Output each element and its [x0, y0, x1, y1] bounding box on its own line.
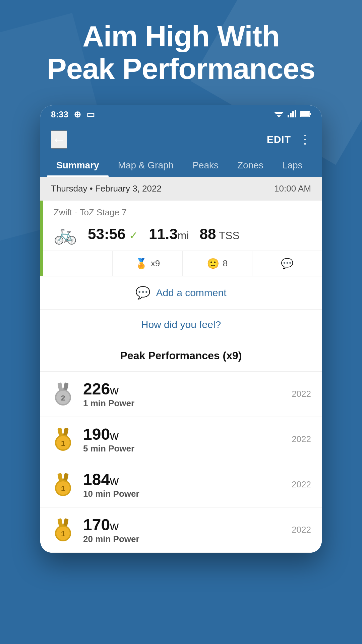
tab-summary[interactable]: Summary	[47, 154, 109, 177]
peak-performances-header: Peak Performances (x9)	[40, 340, 322, 372]
phone-mockup: 8:33 ⊕ ▭	[40, 105, 322, 553]
back-button[interactable]: ←	[51, 130, 67, 149]
svg-rect-5	[292, 111, 294, 117]
svg-text:1: 1	[61, 439, 65, 447]
add-comment-row[interactable]: 💬 Add a comment	[40, 276, 322, 310]
peak-year-2: 2022	[292, 479, 311, 490]
date-row: Thursday • February 3, 2022 10:00 AM	[40, 177, 322, 201]
medal-gold-icon-3: 1	[51, 518, 75, 542]
status-bar: 8:33 ⊕ ▭	[40, 105, 322, 124]
peak-label-0: 1 min Power	[83, 398, 284, 409]
svg-text:2: 2	[61, 394, 65, 402]
feel-row[interactable]: How did you feel?	[40, 310, 322, 340]
peak-year-3: 2022	[292, 525, 311, 535]
peak-item-1: 1 190w 5 min Power 2022	[40, 417, 322, 462]
peak-value-3: 170w	[83, 516, 284, 534]
feel-score: 8	[223, 258, 227, 269]
svg-rect-9	[301, 112, 309, 116]
peak-item-3: 1 170w 20 min Power 2022	[40, 507, 322, 553]
peak-info-3: 170w 20 min Power	[83, 516, 284, 544]
badge-item-empty	[43, 251, 113, 276]
content-area: Thursday • February 3, 2022 10:00 AM Zwi…	[40, 177, 322, 553]
wifi-icon	[274, 109, 284, 120]
tab-bar: Summary Map & Graph Peaks Zones Laps	[40, 154, 322, 177]
status-icon-2: ▭	[86, 109, 95, 120]
peak-label-1: 5 min Power	[83, 443, 284, 454]
svg-rect-8	[310, 113, 311, 115]
peak-label-2: 10 min Power	[83, 489, 284, 499]
status-icon-1: ⊕	[74, 109, 81, 120]
peak-value-0: 226w	[83, 380, 284, 398]
app-header: ← EDIT ⋮	[40, 124, 322, 154]
check-icon: ✓	[129, 229, 138, 241]
tab-laps[interactable]: Laps	[273, 154, 312, 177]
peak-item-2: 1 184w 10 min Power 2022	[40, 462, 322, 507]
peak-value-2: 184w	[83, 470, 284, 489]
status-time: 8:33	[51, 109, 68, 120]
hero-section: Aim High With Peak Performances	[0, 0, 362, 105]
peak-item-0: 2 226w 1 min Power 2022	[40, 372, 322, 417]
peaks-count: x9	[151, 258, 160, 269]
add-comment-icon: 💬	[135, 286, 150, 300]
activity-tss: 88 TSS	[199, 226, 240, 243]
add-comment-text: Add a comment	[156, 287, 226, 299]
medal-gold-icon-1: 1	[51, 427, 75, 451]
medal-silver-icon: 2	[51, 382, 75, 406]
activity-date: Thursday • February 3, 2022	[51, 183, 162, 194]
comment-bubble-icon: 💬	[281, 258, 293, 269]
peak-info-0: 226w 1 min Power	[83, 380, 284, 409]
activity-title: Zwift - ToZ Stage 7	[43, 201, 322, 220]
activity-distance: 11.3mi	[149, 226, 189, 243]
medal-gold-icon-2: 1	[51, 473, 75, 497]
smile-icon: 🙂	[207, 258, 219, 269]
badges-row: 🏅 x9 🙂 8 💬	[43, 251, 322, 276]
activity-card: Zwift - ToZ Stage 7 🚲 53:56 ✓ 11.3mi 88 …	[40, 201, 322, 276]
peak-value-1: 190w	[83, 425, 284, 443]
svg-marker-2	[277, 115, 281, 117]
badge-item-comment[interactable]: 💬	[252, 251, 322, 276]
bike-icon: 🚲	[54, 223, 77, 245]
tab-map-graph[interactable]: Map & Graph	[109, 154, 183, 177]
more-menu-button[interactable]: ⋮	[299, 132, 311, 147]
peak-info-2: 184w 10 min Power	[83, 470, 284, 499]
peak-year-1: 2022	[292, 434, 311, 444]
svg-rect-6	[295, 110, 296, 117]
svg-text:1: 1	[61, 484, 65, 493]
edit-button[interactable]: EDIT	[267, 134, 291, 145]
badge-item-peaks[interactable]: 🏅 x9	[113, 251, 182, 276]
signal-icon	[288, 109, 296, 120]
trophy-icon: 🏅	[135, 258, 147, 269]
tab-zones[interactable]: Zones	[228, 154, 273, 177]
svg-rect-4	[290, 113, 292, 117]
hero-title: Aim High With Peak Performances	[27, 20, 335, 85]
activity-duration: 53:56 ✓	[88, 226, 138, 243]
activity-time: 10:00 AM	[274, 183, 311, 194]
activity-stats: 🚲 53:56 ✓ 11.3mi 88 TSS	[43, 220, 322, 251]
svg-text:1: 1	[61, 530, 65, 538]
feel-label: How did you feel?	[141, 319, 221, 330]
badge-item-feel[interactable]: 🙂 8	[183, 251, 252, 276]
battery-icon	[300, 109, 311, 120]
svg-rect-3	[288, 115, 289, 117]
peak-label-3: 20 min Power	[83, 534, 284, 544]
tab-peaks[interactable]: Peaks	[183, 154, 228, 177]
peak-year-0: 2022	[292, 389, 311, 399]
peak-info-1: 190w 5 min Power	[83, 425, 284, 454]
